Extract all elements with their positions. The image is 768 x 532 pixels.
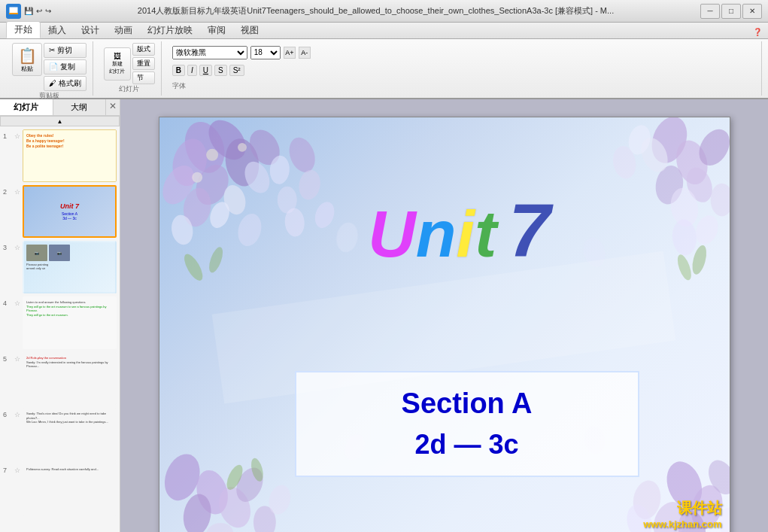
slide-num-4: 4 [3,299,12,307]
slide-thumb-2[interactable]: Unit 7 Section A 3d — 3c [23,185,117,238]
svg-rect-1 [9,13,18,14]
section-title: Section A [319,388,615,420]
font-size-select[interactable]: 18 [250,46,281,59]
window-title: 2014人教版新目标九年级英语Unit7Teenagers_should_be_… [51,5,700,17]
slide-thumb-5[interactable]: 2d Role-play the conversation Sandy: I'm… [23,352,117,405]
bold-btn[interactable]: B [172,65,185,76]
tab-slideshow[interactable]: 幻灯片放映 [140,23,200,38]
tab-home[interactable]: 开始 [6,21,41,38]
sidebar: 幻灯片 大纲 ✕ ▲ 1 ☆ Obey the rules! Be a happ… [0,99,120,532]
slide-item-2[interactable]: 2 ☆ Unit 7 Section A 3d — 3c [3,185,117,238]
clipboard-group: 📋粘贴 ✂ 剪切 📄 复制 🖌 格式刷 剪贴板 [6,41,93,96]
main-slide: Unit7 Section A 2d — 3c 课件站 www.kjzhan.c… [159,117,730,533]
svg-point-22 [192,172,202,182]
tab-animation[interactable]: 动画 [107,23,140,38]
close-btn[interactable]: ✕ [742,4,762,19]
section-btn[interactable]: 节 [132,71,155,84]
slides-label: 幻灯片 [119,84,139,94]
slide-item-1[interactable]: 1 ☆ Obey the rules! Be a happy teenager!… [3,129,117,182]
format-painter-btn[interactable]: 🖌 格式刷 [44,76,87,91]
svg-point-43 [670,218,697,256]
italic-btn[interactable]: I [187,65,197,76]
save-quick-btn[interactable]: 💾 [24,7,33,15]
font-row1: 微软雅黑 18 A+ A- [172,46,755,59]
letter-7: 7 [508,193,551,268]
slide-num-2: 2 [3,188,12,196]
svg-point-21 [206,148,218,160]
tab-design[interactable]: 设计 [74,23,107,38]
slide-item-3[interactable]: 3 ☆ 📷 📷 Picasso paintingarmed only sir [3,241,117,293]
slide-thumb-1[interactable]: Obey the rules! Be a happy teenager! Be … [23,129,117,182]
thumb3-photos: 📷 📷 [26,245,113,261]
paste-btn[interactable]: 📋粘贴 [12,43,42,76]
ribbon-content: 📋粘贴 ✂ 剪切 📄 复制 🖌 格式刷 剪贴板 🖼新建幻灯片 版式 重置 节 幻… [0,39,768,99]
slide-thumb-7[interactable]: Politeness survey: Read each situation c… [23,464,117,516]
outline-tab[interactable]: 大纲 [53,99,107,115]
title-bar: 💾 ↩ ↪ 2014人教版新目标九年级英语Unit7Teenagers_shou… [0,0,768,23]
undo-btn[interactable]: ↩ [36,7,42,15]
slide-num-5: 5 [3,355,12,363]
slide-thumb-4[interactable]: Listen to and answer the following quest… [23,296,117,349]
slide-num-7: 7 [3,467,12,474]
thumb6-text: Sandy: That's nice idea! Do you think we… [24,409,115,427]
slides-group: 🖼新建幻灯片 版式 重置 节 幻灯片 [98,41,162,96]
slide-star-3: ☆ [14,244,20,251]
cut-btn[interactable]: ✂ 剪切 [44,43,87,58]
layout-btn[interactable]: 版式 [132,43,155,56]
underline-btn[interactable]: U [199,65,212,76]
slide-num-3: 3 [3,244,12,251]
slides-tab[interactable]: 幻灯片 [0,99,53,115]
letter-t: t [475,201,496,267]
decrease-font-btn[interactable]: A- [299,47,311,59]
redo-btn[interactable]: ↪ [45,7,51,15]
tab-review[interactable]: 审阅 [200,23,233,38]
slide-list: 1 ☆ Obey the rules! Be a happy teenager!… [0,126,120,532]
slide-item-4[interactable]: 4 ☆ Listen to and answer the following q… [3,296,117,349]
thumb2-section: Section A 3d — 3c [62,211,77,220]
slide-item-5[interactable]: 5 ☆ 2d Role-play the conversation Sandy:… [3,352,117,405]
unit-title-area: Unit7 [250,193,669,268]
thumb7-text: Politeness survey: Read each situation c… [24,465,115,474]
cut-copy-btns: ✂ 剪切 📄 复制 🖌 格式刷 [44,43,87,91]
maximize-btn[interactable]: □ [721,4,741,19]
tab-insert[interactable]: 插入 [41,23,74,38]
minimize-btn[interactable]: ─ [700,4,720,19]
svg-point-56 [181,251,206,283]
strikethrough-btn[interactable]: S [214,65,227,76]
section-sub: 2d — 3c [319,429,615,461]
ribbon-tabs-row: 开始 插入 设计 动画 幻灯片放映 审阅 视图 ❓ [0,23,768,39]
slide-thumb-6[interactable]: Sandy: That's nice idea! Do you think we… [23,408,117,461]
sidebar-tabs: 幻灯片 大纲 ✕ [0,99,120,116]
watermark-top: 课件站 [643,498,721,518]
thumb5-text: 2d Role-play the conversation Sandy: I'm… [24,354,115,371]
paste-section: 📋粘贴 ✂ 剪切 📄 复制 🖌 格式刷 [12,43,87,91]
svg-point-23 [237,142,246,151]
thumb2-unit: Unit 7 [60,202,79,210]
slide-star-7: ☆ [14,467,20,474]
tab-view[interactable]: 视图 [233,23,266,38]
shadow-btn[interactable]: S² [229,65,244,76]
slide-thumb-3[interactable]: 📷 📷 Picasso paintingarmed only sir [23,241,117,293]
reset-btn[interactable]: 重置 [132,57,155,70]
slide-item-6[interactable]: 6 ☆ Sandy: That's nice idea! Do you thin… [3,408,117,461]
scroll-up-btn[interactable]: ▲ [0,116,120,126]
slide-star-4: ☆ [14,299,20,307]
slide-star-2: ☆ [14,188,20,196]
new-slide-btn[interactable]: 🖼新建幻灯片 [104,47,131,81]
slide-btns: 🖼新建幻灯片 版式 重置 节 [104,43,155,84]
window-controls: ─ □ ✕ [700,4,762,19]
copy-btn[interactable]: 📄 复制 [44,59,87,74]
increase-font-btn[interactable]: A+ [284,47,296,59]
watermark: 课件站 www.kjzhan.com [643,498,721,530]
font-group-label: 字体 [172,81,755,91]
watermark-url: www.kjzhan.com [643,518,721,530]
svg-point-57 [206,245,225,274]
letter-i: i [456,201,474,267]
sidebar-close-btn[interactable]: ✕ [106,99,120,113]
app-icon [6,4,21,19]
slide-ops: 版式 重置 节 [132,43,155,84]
section-box: Section A 2d — 3c [295,371,639,477]
slide-item-7[interactable]: 7 ☆ Politeness survey: Read each situati… [3,464,117,516]
font-family-select[interactable]: 微软雅黑 [172,46,247,59]
help-icon[interactable]: ❓ [753,28,762,38]
